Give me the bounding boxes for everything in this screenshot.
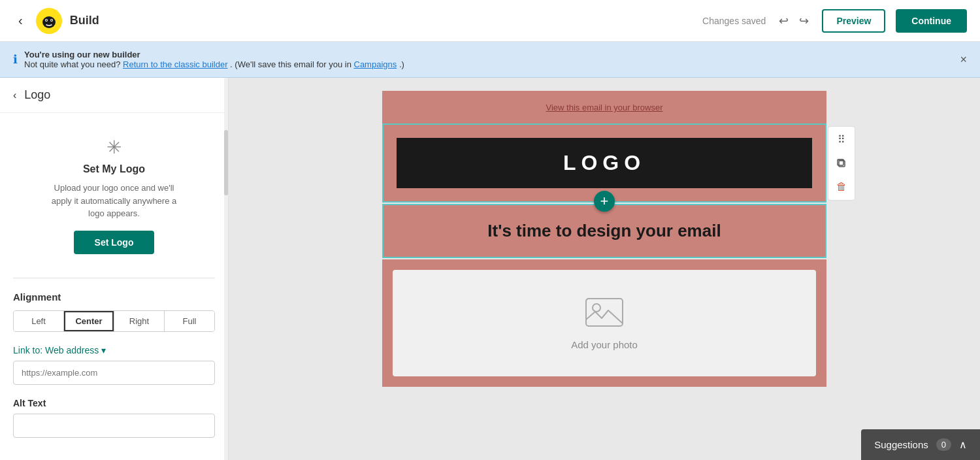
align-center-button[interactable]: Center (64, 311, 114, 331)
undo-redo-group: ↩ ↪ (776, 11, 811, 31)
classic-builder-link[interactable]: Return to the classic builder (123, 59, 227, 69)
alt-text-input[interactable] (13, 414, 215, 438)
changes-saved-status: Changes saved (702, 16, 766, 26)
main-layout: ‹ Logo ✳ Set My Logo Upload your logo on… (0, 78, 980, 460)
headline-text: It's time to design your email (397, 221, 812, 241)
alt-text-label: Alt Text (13, 398, 215, 408)
photo-placeholder-text: Add your photo (406, 339, 803, 350)
mailchimp-logo (36, 8, 62, 34)
banner-text: You're using our new builder Not quite w… (24, 50, 404, 69)
continue-button[interactable]: Continue (896, 9, 967, 33)
logo-image: LOGO (397, 138, 812, 188)
left-sidebar: ‹ Logo ✳ Set My Logo Upload your logo on… (0, 78, 229, 460)
svg-point-1 (42, 16, 56, 28)
preview-button[interactable]: Preview (822, 9, 885, 33)
link-section: Link to: Web address ▾ (13, 345, 215, 385)
link-url-input[interactable] (13, 361, 215, 385)
align-left-button[interactable]: Left (14, 311, 64, 331)
banner-content: ℹ You're using our new builder Not quite… (13, 50, 404, 69)
sidebar-back-button[interactable]: ‹ (13, 90, 16, 101)
photo-placeholder: Add your photo (393, 270, 816, 376)
alignment-label: Alignment (13, 291, 215, 303)
link-label: Link to: Web address ▾ (13, 345, 215, 355)
set-logo-heading: Set My Logo (13, 163, 215, 175)
duplicate-block-button[interactable] (831, 153, 852, 174)
align-full-button[interactable]: Full (165, 311, 214, 331)
email-logo-block[interactable]: LOGO ⠿ 🗑 + (382, 123, 826, 203)
email-headline-block[interactable]: It's time to design your email (382, 204, 826, 258)
header-title: Build (70, 14, 99, 27)
banner-heading: You're using our new builder (24, 50, 404, 59)
suggestions-bar[interactable]: Suggestions 0 ∧ (861, 429, 980, 460)
sidebar-panel-title: Logo (24, 88, 50, 102)
link-type-selector[interactable]: Web address ▾ (45, 345, 106, 355)
suggestions-count: 0 (936, 438, 951, 451)
campaigns-link[interactable]: Campaigns (354, 59, 397, 69)
set-logo-section: ✳ Set My Logo Upload your logo once and … (13, 126, 215, 265)
back-button[interactable]: ‹ (13, 10, 28, 31)
delete-block-button[interactable]: 🗑 (831, 176, 852, 197)
copy-icon (836, 158, 847, 169)
info-banner: ℹ You're using our new builder Not quite… (0, 42, 980, 78)
photo-placeholder-icon (406, 296, 803, 331)
alt-text-section: Alt Text (13, 398, 215, 438)
app-header: ‹ Build Changes saved ↩ ↪ Preview Contin… (0, 0, 980, 42)
svg-point-4 (46, 20, 47, 21)
svg-point-9 (593, 304, 600, 312)
banner-body: Not quite what you need? Return to the c… (24, 59, 404, 69)
logo-inner: LOGO (397, 138, 812, 188)
svg-point-5 (51, 20, 52, 21)
set-logo-sparkle-icon: ✳ (13, 137, 215, 158)
logo-block-toolbar: ⠿ 🗑 (828, 126, 855, 201)
add-block-button[interactable]: + (594, 191, 615, 212)
svg-rect-8 (586, 299, 623, 326)
canvas-area: View this email in your browser LOGO ⠿ (229, 78, 980, 460)
alignment-group: Left Center Right Full (13, 310, 215, 332)
section-divider (13, 278, 215, 278)
email-wrapper: View this email in your browser LOGO ⠿ (382, 91, 826, 387)
email-photo-block[interactable]: Add your photo (382, 259, 826, 387)
header-left: ‹ Build (13, 8, 99, 34)
info-icon: ℹ (13, 52, 18, 67)
view-browser-link[interactable]: View this email in your browser (546, 103, 663, 112)
undo-button[interactable]: ↩ (776, 11, 791, 31)
sidebar-content: ✳ Set My Logo Upload your logo once and … (0, 113, 228, 451)
align-right-button[interactable]: Right (114, 311, 165, 331)
sidebar-scroll-thumb (224, 130, 228, 195)
drag-handle-button[interactable]: ⠿ (831, 129, 852, 150)
alignment-section: Alignment Left Center Right Full (13, 291, 215, 332)
header-right: Changes saved ↩ ↪ Preview Continue (702, 9, 967, 33)
sidebar-scrollbar (224, 78, 228, 460)
set-logo-button[interactable]: Set Logo (74, 231, 155, 254)
email-view-browser-section: View this email in your browser (382, 91, 826, 123)
redo-button[interactable]: ↪ (796, 11, 811, 31)
banner-close-button[interactable]: × (960, 53, 967, 67)
set-logo-description: Upload your logo once and we'll apply it… (49, 182, 180, 220)
suggestions-chevron-icon: ∧ (959, 438, 967, 451)
sidebar-header: ‹ Logo (0, 78, 228, 113)
suggestions-label: Suggestions (874, 439, 928, 450)
logo-text: LOGO (563, 151, 645, 175)
